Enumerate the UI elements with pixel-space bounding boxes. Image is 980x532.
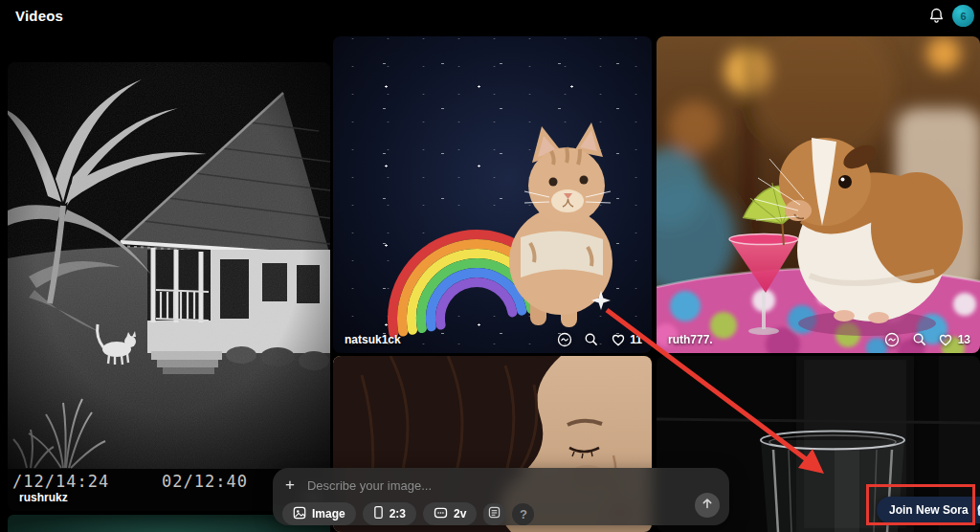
variations-icon xyxy=(434,507,448,521)
bell-icon xyxy=(927,7,946,29)
add-attachment-button[interactable]: + xyxy=(285,477,295,493)
like-count: 13 xyxy=(958,333,970,346)
variations-button[interactable]: 2v xyxy=(423,502,477,525)
heart-icon xyxy=(610,331,626,347)
username-natsuk1ck[interactable]: natsuk1ck xyxy=(345,333,401,346)
sora-videos-page: Videos 6 xyxy=(0,0,980,532)
send-button[interactable] xyxy=(695,493,720,518)
video-tile-space-cat[interactable]: natsuk1ck 11 xyxy=(333,36,652,353)
cctv-timestamp-left: /12/14:24 xyxy=(12,472,109,491)
heart-icon xyxy=(938,331,954,347)
presets-icon xyxy=(488,505,501,522)
like-count: 11 xyxy=(630,333,642,346)
help-button[interactable]: ? xyxy=(512,503,534,525)
video-tile-cctv-cat[interactable]: /12/14:24 02/12:40 rushrukz xyxy=(8,62,330,511)
like-button[interactable]: 13 xyxy=(938,331,970,347)
username-ruth777[interactable]: ruth777. xyxy=(668,333,713,346)
guinea-pig-scene xyxy=(657,36,980,353)
username-rushrukz[interactable]: rushrukz xyxy=(19,491,68,504)
remix-icon[interactable] xyxy=(884,331,901,347)
join-new-sora-button[interactable]: Join New Sora xyxy=(877,497,980,523)
avatar-initial: 6 xyxy=(960,11,966,22)
presets-button[interactable] xyxy=(483,503,505,525)
remix-icon[interactable] xyxy=(556,331,572,347)
arrow-up-icon xyxy=(701,497,714,514)
zoom-search-icon[interactable] xyxy=(911,331,927,347)
mode-image-label: Image xyxy=(312,507,345,521)
user-avatar[interactable]: 6 xyxy=(952,5,974,27)
prompt-bar: + Image 2:3 2v xyxy=(273,468,729,525)
image-icon xyxy=(293,506,306,522)
video-tile-guinea-pig[interactable]: ruth777. 13 xyxy=(657,36,980,353)
portrait-ratio-icon xyxy=(373,505,384,522)
sora-logo-icon xyxy=(974,501,980,520)
prompt-input[interactable] xyxy=(305,477,716,494)
mode-image-button[interactable]: Image xyxy=(282,502,356,525)
cctv-timestamp-right: 02/12:40 xyxy=(162,472,248,491)
cctv-scene xyxy=(8,62,330,469)
aspect-ratio-label: 2:3 xyxy=(390,507,406,521)
space-cat-scene xyxy=(333,36,652,353)
page-title: Videos xyxy=(15,8,63,24)
join-new-sora-label: Join New Sora xyxy=(889,503,969,517)
zoom-search-icon[interactable] xyxy=(583,331,599,347)
variations-label: 2v xyxy=(454,507,466,521)
notifications-button[interactable] xyxy=(924,6,947,29)
like-button[interactable]: 11 xyxy=(610,331,642,347)
aspect-ratio-button[interactable]: 2:3 xyxy=(363,502,416,525)
